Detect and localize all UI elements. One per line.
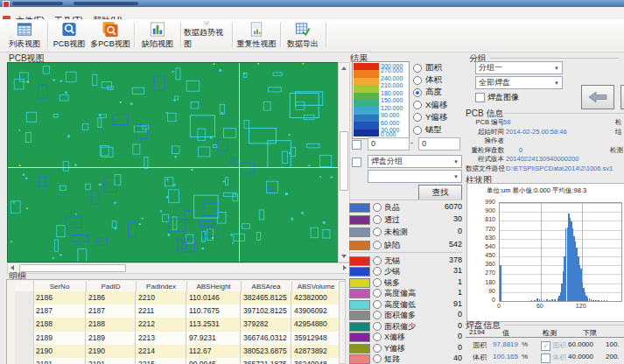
- colorbar-gradient: [354, 63, 379, 136]
- table-row[interactable]: 218821882212113.253137928242954880: [15, 318, 340, 332]
- pad-lower-limit: 60.0000: [564, 340, 593, 348]
- pcb-info-clipped-label: 检: [615, 118, 622, 127]
- radio-icon: [373, 311, 382, 319]
- pad-check-checkbox[interactable]: [541, 354, 550, 363]
- legend-item-count: 0: [458, 227, 462, 235]
- colorbar-ticks: 300.000270.000240.000210.000180.000150.0…: [381, 63, 408, 137]
- detail-table: SerNoPadIDPadIndexABSHeightABSAreaABSVol…: [6, 279, 346, 364]
- table-row[interactable]: 218721872211110.7675397102.812543906092: [15, 304, 340, 318]
- color-swatch: [349, 228, 370, 237]
- legend-item-label: 短路: [384, 354, 400, 364]
- color-swatch: [349, 354, 370, 364]
- legend-item[interactable]: 未检测0: [349, 227, 462, 237]
- color-swatch: [349, 215, 370, 225]
- pcb-vertical-scrollbar[interactable]: [338, 62, 350, 262]
- y-tick-label: 0: [476, 297, 495, 303]
- toolbar-button-multi-pcb-view[interactable]: 多PCB视图: [89, 21, 131, 50]
- pad-check-checkbox[interactable]: ✓: [541, 341, 550, 351]
- table-cell: 2215: [136, 358, 186, 364]
- color-swatch: [349, 311, 370, 320]
- metric-option[interactable]: 体积: [413, 74, 442, 86]
- legend-item[interactable]: 缺陷542: [349, 240, 462, 250]
- scroll-down-icon[interactable]: [341, 255, 347, 258]
- legend-item[interactable]: Y偏移0: [349, 343, 462, 354]
- gridline: [500, 212, 621, 213]
- legend-item[interactable]: 短路40: [349, 354, 462, 364]
- legend-item[interactable]: 通过30: [349, 214, 462, 225]
- toolbar-button-repeat-view[interactable]: 重复性视图: [235, 21, 277, 50]
- metric-option[interactable]: Y偏移: [413, 112, 447, 123]
- previous-pcb-button[interactable]: [581, 85, 614, 109]
- table-row[interactable]: 21912191221599.0945365721.187536240948: [15, 358, 340, 364]
- legend-item-count: 542: [449, 240, 462, 248]
- scrollbar-thumb[interactable]: [340, 131, 348, 191]
- group-select-dropdown[interactable]: 分组一▼: [475, 61, 563, 74]
- gridline: [500, 220, 621, 221]
- detail-table-scrollbar[interactable]: [339, 281, 346, 364]
- toolbar-button-trend-view[interactable]: 数据趋势视图: [184, 21, 229, 50]
- color-swatch: [349, 344, 370, 354]
- pad-group-dropdown[interactable]: 焊盘分组▼: [368, 155, 462, 168]
- window-title-suffix: [74, 2, 138, 5]
- y-tick-label: 630: [476, 234, 495, 241]
- legend-item[interactable]: 面积偏少0: [349, 321, 462, 332]
- pad-upper-limit: 100.: [606, 340, 620, 348]
- pad-info-row: 体积100.165%体积40.0000200.: [466, 353, 624, 363]
- toolbar-separator: [232, 23, 234, 47]
- toolbar-button-defect-view[interactable]: 缺陷视图: [137, 21, 178, 50]
- legend-item[interactable]: 高度偏低91: [349, 299, 462, 310]
- next-pcb-button-clipped[interactable]: [620, 85, 624, 109]
- pad-image-checkbox[interactable]: [475, 93, 485, 102]
- gridline: [500, 256, 621, 257]
- range-filter-checkbox[interactable]: [352, 140, 361, 150]
- metric-option[interactable]: 面积: [413, 62, 442, 74]
- gridline: [500, 203, 621, 204]
- color-swatch: [349, 278, 370, 288]
- pad-info-rows: 面积97.8819%✓面积60.0000100.体积100.165%体积40.0…: [466, 340, 624, 364]
- range-to-input[interactable]: 0: [418, 137, 460, 150]
- search-button[interactable]: 查找: [418, 185, 462, 200]
- scrollbar-thumb[interactable]: [19, 264, 126, 272]
- toolbar-button-pcb-view[interactable]: PCB视图: [51, 21, 88, 50]
- legend-item[interactable]: X偏移0: [349, 332, 462, 342]
- radio-icon: [373, 203, 382, 212]
- pcb-horizontal-scrollbar[interactable]: [7, 262, 350, 274]
- pad-group-checkbox[interactable]: [352, 158, 361, 167]
- defect-view-icon: [149, 21, 166, 38]
- scroll-right-icon[interactable]: [343, 265, 347, 270]
- pcb-info-value: D:\ETSPI\SPCData\2014\2\1006.sv1: [506, 164, 613, 172]
- histogram-bar: [539, 299, 541, 301]
- histogram-bar: [592, 300, 594, 301]
- table-row[interactable]: 218621862210110.0146382465.812542382000: [15, 291, 340, 305]
- gridline: [500, 230, 621, 231]
- colorbar-tick-label: 0.000: [381, 131, 396, 137]
- column-header: ABSArea: [241, 281, 292, 291]
- color-swatch: [349, 267, 370, 276]
- legend-item[interactable]: 无锡378: [349, 256, 462, 266]
- range-from-input[interactable]: 0: [368, 137, 410, 150]
- legend-item-label: 高度偏低: [384, 299, 416, 311]
- legend-item[interactable]: 良品6070: [349, 202, 462, 213]
- legend-item[interactable]: 面积偏多0: [349, 310, 462, 320]
- legend-item[interactable]: 高度偏高1: [349, 288, 462, 298]
- metric-option[interactable]: X偏移: [413, 100, 447, 111]
- legend-item[interactable]: 锡多1: [349, 277, 462, 288]
- table-row[interactable]: 219021902214112.67380523.687542873892: [15, 345, 340, 359]
- y-tick-label: 990: [476, 199, 495, 205]
- pcb-canvas[interactable]: [7, 62, 339, 262]
- pad-select-dropdown[interactable]: 全部焊盘▼: [475, 76, 563, 89]
- metric-option[interactable]: 高度: [413, 87, 442, 98]
- metric-option[interactable]: 锡型: [413, 124, 442, 136]
- pad-subgroup-dropdown[interactable]: ▼: [368, 170, 462, 183]
- gridline: [541, 203, 542, 301]
- pad-upper-limit: 200.: [606, 353, 620, 360]
- toolbar-button-data-export[interactable]: 数据导出: [284, 21, 322, 50]
- legend-item[interactable]: 少锡31: [349, 266, 462, 276]
- toolbar-button-list-view[interactable]: 列表视图: [5, 21, 44, 50]
- radio-icon: [413, 76, 422, 85]
- radio-icon: [373, 354, 382, 363]
- legend-item-label: 未检测: [384, 227, 408, 238]
- pcb-info-rows: PCB 编号58检起始时间2014-02-25 00:58:46结操作者重检焊盘…: [466, 118, 624, 174]
- scroll-up-icon[interactable]: [341, 66, 347, 70]
- table-row[interactable]: 21892189221397.9231366746.031235912948: [15, 332, 340, 346]
